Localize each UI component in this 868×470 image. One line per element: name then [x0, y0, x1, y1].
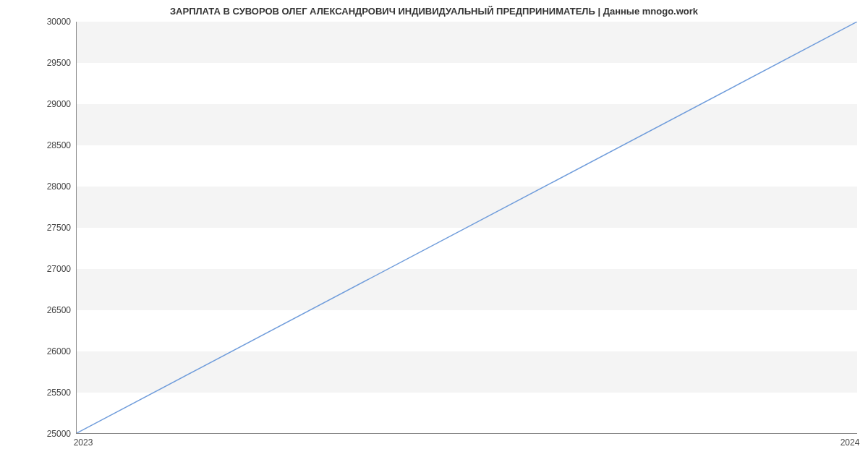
- y-tick-label: 27000: [6, 264, 71, 274]
- y-tick-label: 28500: [6, 140, 71, 150]
- y-tick-label: 25000: [6, 429, 71, 439]
- series-line: [77, 22, 857, 433]
- x-tick-label: 2024: [841, 437, 860, 448]
- x-tick-label: 2023: [74, 437, 93, 448]
- chart-title: ЗАРПЛАТА В СУВОРОВ ОЛЕГ АЛЕКСАНДРОВИЧ ИН…: [0, 6, 868, 17]
- y-tick-label: 29500: [6, 58, 71, 68]
- y-tick-label: 25500: [6, 388, 71, 398]
- y-tick-label: 27500: [6, 223, 71, 233]
- y-tick-label: 29000: [6, 99, 71, 109]
- salary-line-chart: ЗАРПЛАТА В СУВОРОВ ОЛЕГ АЛЕКСАНДРОВИЧ ИН…: [0, 0, 868, 470]
- y-tick-label: 28000: [6, 181, 71, 192]
- plot-area: [76, 22, 857, 434]
- y-tick-label: 30000: [6, 17, 71, 27]
- y-tick-label: 26500: [6, 305, 71, 315]
- series-line-svg: [77, 22, 857, 433]
- y-tick-label: 26000: [6, 346, 71, 356]
